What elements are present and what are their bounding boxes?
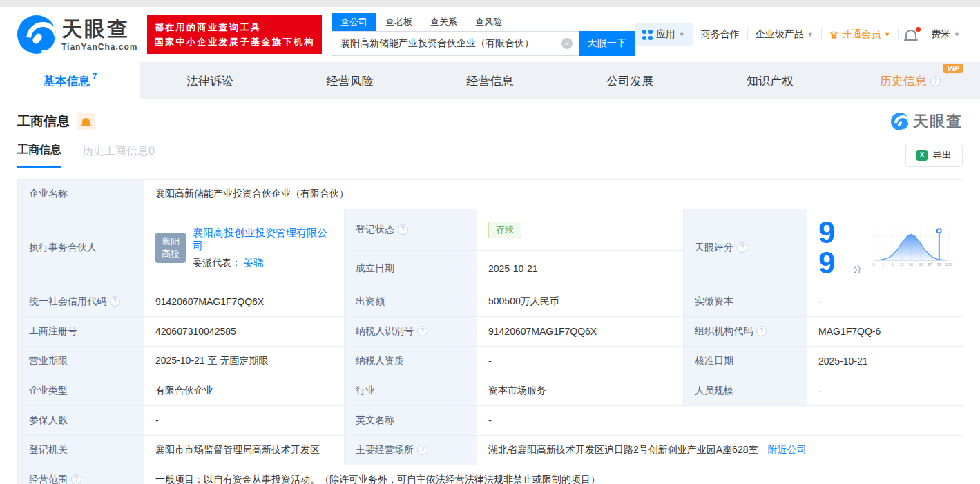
apps-menu[interactable]: 应用 ▼ <box>635 23 693 46</box>
notification-dot <box>916 27 921 32</box>
tianyancha-page: 天眼查 TianYanCha.com 都在用的商业查询工具 国家中小企业发展子基… <box>0 0 980 484</box>
logo[interactable]: 天眼查 TianYanCha.com <box>17 15 137 54</box>
header-menu: 应用 ▼ 商务合作 企业级产品 ▼ ♛ 开通会员 ▼ <box>635 23 968 46</box>
field-label: 统一社会信用代码? <box>18 287 144 317</box>
field-label: 企业名称 <box>18 180 144 209</box>
enterprise-menu[interactable]: 企业级产品 ▼ <box>748 28 821 41</box>
svg-text:15: 15 <box>899 262 903 267</box>
rep-name-link[interactable]: 晏骁 <box>244 257 263 268</box>
bell-icon <box>82 118 90 125</box>
credit-code-value: 91420607MAG1F7QQ6X <box>144 287 345 317</box>
question-icon[interactable]: ? <box>417 326 427 336</box>
question-icon[interactable]: ? <box>71 474 81 484</box>
business-place-value: 湖北省襄阳高新技术开发区追日路2号创新创业产业园A座628室 附近公司 <box>477 436 963 465</box>
staff-size-value: - <box>807 376 963 406</box>
field-label: 营业期限 <box>18 347 144 376</box>
search-tab-relation[interactable]: 查关系 <box>421 13 466 31</box>
user-menu[interactable]: 费米 ▼ <box>923 28 968 41</box>
partner-avatar[interactable]: 襄阳 高投 <box>155 233 186 263</box>
english-name-value: - <box>477 406 963 436</box>
chevron-down-icon: ▼ <box>807 31 814 38</box>
tab-count: 7 <box>93 72 97 81</box>
reg-status-value: 存续 <box>477 209 684 251</box>
score-unit: 分 <box>853 263 862 275</box>
cooperation-menu[interactable]: 商务合作 <box>693 28 747 41</box>
capital-value: 500500万人民币 <box>477 287 684 317</box>
vip-menu[interactable]: ♛ 开通会员 ▼ <box>822 28 898 41</box>
tab-business-info[interactable]: 经营信息 <box>420 62 560 99</box>
search-tab-boss[interactable]: 查老板 <box>376 13 421 31</box>
field-label: 登记机关 <box>18 436 144 465</box>
x-axis-ticks: 0 1 3 15 50 85 97 99 100 <box>872 262 951 267</box>
field-label: 工商注册号 <box>18 317 144 347</box>
org-code-value: MAG1F7QQ-6 <box>807 317 963 347</box>
question-icon[interactable]: ? <box>398 224 408 235</box>
nearby-companies-link[interactable]: 附近公司 <box>767 444 806 455</box>
subtab-business-registration[interactable]: 工商信息 <box>17 143 61 168</box>
partner-company-link[interactable]: 襄阳高投创业投资管理有限公司 <box>193 226 333 253</box>
field-label: 参保人数 <box>18 406 144 436</box>
export-button[interactable]: X 导出 <box>905 144 963 167</box>
slogan-line2: 国家中小企业发展子基金旗下机构 <box>154 35 315 49</box>
question-icon[interactable]: ? <box>417 445 427 455</box>
tab-label: 公司发展 <box>606 73 653 89</box>
field-label: 天眼评分? <box>684 209 807 287</box>
question-icon[interactable]: ? <box>737 242 747 253</box>
search-block: 查公司 查老板 查关系 查风险 × 天眼一下 <box>332 13 635 56</box>
tianyancha-logo-icon <box>891 113 909 130</box>
chevron-down-icon: ▼ <box>884 31 890 38</box>
establish-date-value: 2025-10-21 <box>477 251 684 287</box>
clear-icon[interactable]: × <box>561 38 573 49</box>
tab-company-development[interactable]: 公司发展 <box>560 62 700 99</box>
business-term-value: 2025-10-21 至 无固定期限 <box>144 347 345 376</box>
subscribe-bell-button[interactable] <box>77 113 95 130</box>
table-row: 营业期限 2025-10-21 至 无固定期限 纳税人资质 - 核准日期 202… <box>18 347 963 376</box>
tab-label: 法律诉讼 <box>186 73 233 89</box>
approval-date-value: 2025-10-21 <box>807 347 963 376</box>
field-label: 出资额 <box>345 287 477 317</box>
table-row: 企业类型 有限合伙企业 行业 资本市场服务 人员规模 - <box>18 376 963 406</box>
tab-operational-risk[interactable]: 经营风险 <box>280 62 420 99</box>
question-icon[interactable]: ? <box>756 326 767 336</box>
taxpayer-id-value: 91420607MAG1F7QQ6X <box>477 317 684 347</box>
field-label: 登记状态? <box>345 209 477 251</box>
field-label: 执行事务合伙人 <box>18 209 144 287</box>
field-label: 主要经营场所? <box>345 436 477 465</box>
tab-legal-proceedings[interactable]: 法律诉讼 <box>140 62 280 99</box>
svg-text:85: 85 <box>918 262 922 267</box>
table-row: 工商注册号 420607310042585 纳税人识别号? 91420607MA… <box>18 317 963 347</box>
search-button[interactable]: 天眼一下 <box>579 31 635 56</box>
svg-text:100: 100 <box>945 262 952 267</box>
section-title: 工商信息 <box>17 113 70 130</box>
field-label: 组织机构代码? <box>684 317 807 347</box>
paid-capital-value: - <box>807 287 963 317</box>
field-label: 英文名称 <box>345 406 477 436</box>
question-icon[interactable]: ? <box>930 76 941 86</box>
tab-intellectual-property[interactable]: 知识产权 <box>700 62 840 99</box>
search-input[interactable] <box>332 31 579 56</box>
chevron-down-icon: ▼ <box>679 31 685 38</box>
tab-basic-info[interactable]: 基本信息 7 <box>0 62 140 99</box>
tab-label: 历史信息 <box>880 73 927 89</box>
company-name-value: 襄阳高新储能产业投资合伙企业（有限合伙） <box>144 180 963 209</box>
notification-bell[interactable] <box>899 30 923 39</box>
table-row: 企业名称 襄阳高新储能产业投资合伙企业（有限合伙） <box>18 180 963 209</box>
field-label: 行业 <box>345 376 477 406</box>
slogan-line1: 都在用的商业查询工具 <box>154 20 315 35</box>
chevron-down-icon: ▼ <box>954 31 960 38</box>
apps-label: 应用 <box>656 28 675 41</box>
logo-domain: TianYanCha.com <box>61 43 137 51</box>
field-label: 纳税人资质 <box>345 347 477 376</box>
status-badge: 存续 <box>488 222 521 238</box>
search-tab-risk[interactable]: 查风险 <box>466 13 511 31</box>
enterprise-label: 企业级产品 <box>756 28 804 41</box>
table-row: 参保人数 - 英文名称 - <box>18 406 963 436</box>
tab-history-info[interactable]: VIP 历史信息 ? <box>840 62 980 99</box>
subtab-history-registration[interactable]: 历史工商信息0 <box>82 144 155 167</box>
question-icon[interactable]: ? <box>110 296 120 307</box>
table-row: 经营范围? 一般项目：以自有资金从事投资活动。（除许可业务外，可自主依法经营法律… <box>18 465 963 484</box>
svg-text:50: 50 <box>909 262 913 267</box>
field-label: 成立日期 <box>345 251 477 287</box>
score-cell: 99 分 <box>807 209 963 287</box>
search-tab-company[interactable]: 查公司 <box>332 13 376 31</box>
